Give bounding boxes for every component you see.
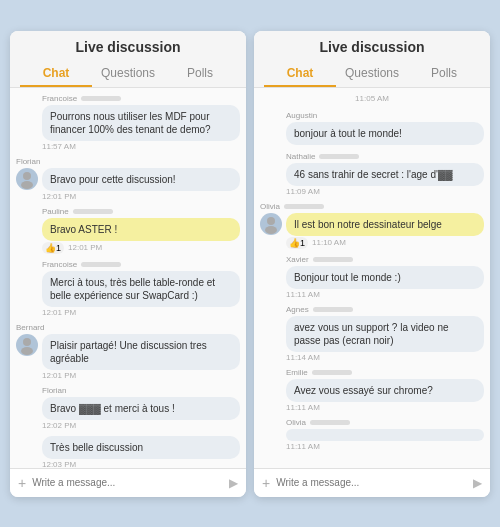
tab-questions[interactable]: Questions (92, 61, 164, 87)
send-icon[interactable]: ▶ (229, 476, 238, 490)
message-row: 11:11 AM (260, 429, 484, 451)
bubble-col: avez vous un support ? la video ne passe… (286, 316, 484, 362)
avatar (16, 168, 38, 190)
author-name: Pauline (42, 207, 69, 216)
panel-0-footer: +▶ (10, 468, 246, 497)
message-bubble: Bravo ASTER ! (42, 218, 240, 241)
message-row: Bonjour tout le monde :)11:11 AM (260, 266, 484, 299)
tab-polls[interactable]: Polls (408, 61, 480, 87)
panel-0-body: FrancoisePourrons nous utiliser les MDF … (10, 88, 246, 468)
message-meta: 11:11 AM (286, 403, 484, 412)
message-group: XavierBonjour tout le monde :)11:11 AM (260, 255, 484, 299)
svg-point-0 (23, 172, 31, 180)
message-time: 11:11 AM (286, 290, 320, 299)
message-row: Avez vous essayé sur chrome?11:11 AM (260, 379, 484, 412)
message-meta: 12:01 PM (42, 308, 240, 317)
tab-chat[interactable]: Chat (264, 61, 336, 87)
message-time: 11:10 AM (312, 238, 346, 247)
author-name: Augustin (286, 111, 317, 120)
message-time: 11:11 AM (286, 442, 320, 451)
message-input[interactable] (32, 477, 223, 488)
author-name: Olivia (286, 418, 306, 427)
time-label: 11:05 AM (260, 94, 484, 103)
message-group: Nathalie46 sans trahir de secret : l'age… (260, 152, 484, 196)
tab-polls[interactable]: Polls (164, 61, 236, 87)
message-group: Agnesavez vous un support ? la video ne … (260, 305, 484, 362)
tab-questions[interactable]: Questions (336, 61, 408, 87)
message-input[interactable] (276, 477, 467, 488)
message-row: Très belle discussion12:03 PM (16, 436, 240, 468)
message-group: OliviaIl est bon notre dessinateur belge… (260, 202, 484, 249)
message-row: Bravo ▓▓▓ et merci à tous !12:02 PM (16, 397, 240, 430)
meta-row: Olivia (260, 418, 484, 427)
avatar (260, 213, 282, 235)
panel-1-title: Live discussion (264, 39, 480, 55)
meta-row: Pauline (16, 207, 240, 216)
message-bubble: avez vous un support ? la video ne passe… (286, 316, 484, 352)
message-bubble: Bonjour tout le monde :) (286, 266, 484, 289)
author-name: Bernard (16, 323, 44, 332)
message-group: BernardPlaisir partagé! Une discussion t… (16, 323, 240, 380)
message-bubble: Pourrons nous utiliser les MDF pour fina… (42, 105, 240, 141)
message-meta: 12:02 PM (42, 421, 240, 430)
message-meta: 👍112:01 PM (42, 242, 240, 254)
bubble-col: Très belle discussion12:03 PM (42, 436, 240, 468)
meta-row: Bernard (16, 323, 240, 332)
message-row: Bravo ASTER !👍112:01 PM (16, 218, 240, 254)
message-row: Pourrons nous utiliser les MDF pour fina… (16, 105, 240, 151)
bubble-col: Merci à tous, très belle table-ronde et … (42, 271, 240, 317)
author-bar (312, 370, 352, 375)
panel-1: Live discussionChatQuestionsPolls11:05 A… (254, 31, 490, 497)
message-group: FlorianBravo ▓▓▓ et merci à tous !12:02 … (16, 386, 240, 430)
add-icon[interactable]: + (18, 475, 26, 491)
svg-point-4 (267, 217, 275, 225)
author-name: Nathalie (286, 152, 315, 161)
message-time: 11:57 AM (42, 142, 76, 151)
panel-1-header: Live discussionChatQuestionsPolls (254, 31, 490, 88)
bubble-col: 46 sans trahir de secret : l'age d'▓▓11:… (286, 163, 484, 196)
message-meta: 12:03 PM (42, 460, 240, 468)
message-group: Augustinbonjour à tout le monde! (260, 111, 484, 146)
panel-1-footer: +▶ (254, 468, 490, 497)
send-icon[interactable]: ▶ (473, 476, 482, 490)
add-icon[interactable]: + (262, 475, 270, 491)
author-name: Francoise (42, 94, 77, 103)
panels-container: Live discussionChatQuestionsPollsFrancoi… (10, 31, 490, 497)
message-meta: 12:01 PM (42, 192, 240, 201)
message-bubble: Très belle discussion (42, 436, 240, 459)
meta-row: Xavier (260, 255, 484, 264)
message-bubble: Merci à tous, très belle table-ronde et … (42, 271, 240, 307)
message-group: FlorianBravo pour cette discussion!12:01… (16, 157, 240, 201)
emoji-badge: 👍1 (42, 242, 64, 254)
author-name: Xavier (286, 255, 309, 264)
bubble-col: Plaisir partagé! Une discussion tres agr… (42, 334, 240, 380)
message-row: avez vous un support ? la video ne passe… (260, 316, 484, 362)
bubble-col: Il est bon notre dessinateur belge👍111:1… (286, 213, 484, 249)
panel-0: Live discussionChatQuestionsPollsFrancoi… (10, 31, 246, 497)
meta-row: Emilie (260, 368, 484, 377)
message-meta: 11:14 AM (286, 353, 484, 362)
author-bar (319, 154, 359, 159)
panel-0-header: Live discussionChatQuestionsPolls (10, 31, 246, 88)
message-meta: 11:09 AM (286, 187, 484, 196)
tab-chat[interactable]: Chat (20, 61, 92, 87)
author-bar (73, 209, 113, 214)
message-group: FrancoisePourrons nous utiliser les MDF … (16, 94, 240, 151)
bubble-col: bonjour à tout le monde! (286, 122, 484, 146)
author-bar (81, 262, 121, 267)
meta-row: Augustin (260, 111, 484, 120)
message-time: 12:01 PM (42, 192, 76, 201)
message-meta: 12:01 PM (42, 371, 240, 380)
message-time: 11:11 AM (286, 403, 320, 412)
message-bubble: Avez vous essayé sur chrome? (286, 379, 484, 402)
message-bubble: 46 sans trahir de secret : l'age d'▓▓ (286, 163, 484, 186)
avatar (16, 334, 38, 356)
emoji-badge: 👍1 (286, 237, 308, 249)
author-name: Emilie (286, 368, 308, 377)
message-bubble: bonjour à tout le monde! (286, 122, 484, 145)
meta-row: Olivia (260, 202, 484, 211)
message-row: Il est bon notre dessinateur belge👍111:1… (260, 213, 484, 249)
message-group: FrancoiseMerci à tous, très belle table-… (16, 260, 240, 317)
author-name: Florian (42, 386, 66, 395)
meta-row: Agnes (260, 305, 484, 314)
